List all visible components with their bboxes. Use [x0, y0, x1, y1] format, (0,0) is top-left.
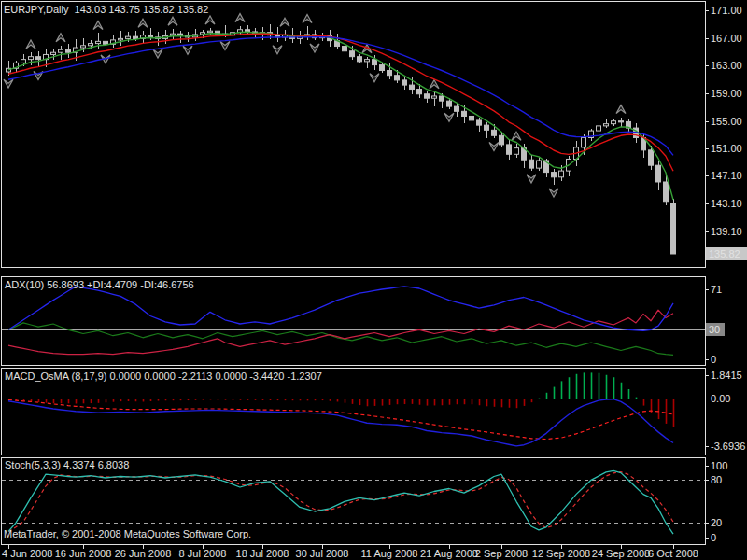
candle-body [81, 46, 86, 48]
candle-body [514, 148, 519, 155]
candle-body [440, 96, 444, 101]
date-label: 30 Jul 2008 [296, 548, 349, 559]
candle-body [134, 36, 138, 38]
axis-tick-label: 20 [711, 517, 722, 528]
candle-body [500, 135, 504, 145]
candle-body [537, 161, 542, 168]
candle-body [604, 124, 609, 126]
date-label: 11 Aug 2008 [361, 548, 418, 559]
candle-body [425, 94, 430, 98]
candle-body [649, 150, 654, 165]
axis-tick-label: 139.10 [711, 226, 742, 237]
candle-body [350, 51, 355, 57]
candle-body [119, 38, 123, 39]
axis-tick-label: 71 [711, 284, 722, 295]
date-label: 2 Sep 2008 [475, 548, 528, 559]
candle-body [656, 165, 661, 182]
candle-body [343, 47, 347, 51]
date-label: 24 Sep 2008 [592, 548, 650, 559]
candle-body [417, 90, 422, 94]
candle-body [208, 31, 213, 32]
date-label: 8 Jul 2008 [179, 548, 227, 559]
candle-body [373, 60, 377, 65]
axis-tick-label: 80 [711, 474, 722, 485]
axis-tick-label: -3.6936 [711, 441, 745, 452]
date-label: 12 Sep 2008 [532, 548, 590, 559]
candle-body [380, 65, 385, 71]
candle-body [462, 111, 467, 116]
axis-tick-label: 147.10 [711, 170, 742, 181]
candle-body [582, 137, 586, 147]
date-label: 4 Jun 2008 [2, 548, 52, 559]
candle-body [395, 76, 400, 80]
candle-body [664, 182, 669, 202]
axis-tick-label: 159.00 [711, 88, 742, 99]
candle-body [477, 120, 482, 125]
candle-body [104, 41, 108, 44]
date-label: 6 Oct 2008 [648, 548, 698, 559]
candle-body [388, 71, 392, 76]
candle-body [29, 57, 34, 60]
axis-tick-label: 0 [711, 532, 716, 543]
axis-tick-label: 155.00 [711, 116, 742, 127]
candle-body [36, 57, 41, 60]
candle-body [492, 130, 497, 135]
chart-background [0, 0, 747, 560]
date-label: 16 Jun 2008 [55, 548, 112, 559]
candle-body [455, 106, 459, 111]
candle-body [552, 173, 557, 177]
candle-body [59, 49, 63, 52]
axis-tick-label: 143.10 [711, 198, 742, 209]
candle-body [671, 204, 676, 254]
axis-tick-label: 171.00 [711, 5, 742, 16]
candle-body [365, 60, 370, 62]
date-label: 21 Aug 2008 [420, 548, 478, 559]
candle-body [619, 121, 624, 122]
candle-body [447, 101, 452, 106]
candle-body [51, 52, 56, 54]
candle-body [559, 171, 564, 177]
axis-tick-label: 100 [711, 460, 727, 471]
chart-canvas[interactable]: 171.00167.00163.00159.00155.00151.00147.… [0, 0, 747, 560]
candle-body [597, 126, 601, 131]
candle-body [410, 85, 415, 89]
candle-body [432, 96, 437, 98]
metatrader-chart-window: 171.00167.00163.00159.00155.00151.00147.… [0, 0, 747, 560]
axis-tick-label: 0.00 [711, 393, 730, 404]
candle-body [89, 44, 93, 46]
candle-body [485, 125, 489, 130]
adx-level-label: 30 [709, 324, 720, 335]
date-label: 26 Jun 2008 [115, 548, 172, 559]
candle-body [126, 36, 131, 38]
candle-body [470, 116, 474, 119]
candle-body [358, 57, 362, 62]
axis-tick-label: 167.00 [711, 33, 742, 44]
candle-body [612, 121, 616, 124]
axis-tick-label: 0 [711, 354, 716, 365]
candle-body [96, 41, 101, 43]
candle-body [66, 49, 71, 52]
axis-tick-label: 151.00 [711, 143, 742, 154]
current-price-label: 135.82 [709, 248, 740, 259]
candle-body [21, 60, 26, 63]
candle-body [507, 145, 512, 154]
candle-body [402, 80, 407, 85]
candle-body [529, 160, 534, 168]
axis-tick-label: 163.00 [711, 60, 742, 71]
candle-body [148, 35, 153, 37]
date-label: 18 Jul 2008 [236, 548, 289, 559]
axis-tick-label: 1.8415 [711, 370, 742, 381]
